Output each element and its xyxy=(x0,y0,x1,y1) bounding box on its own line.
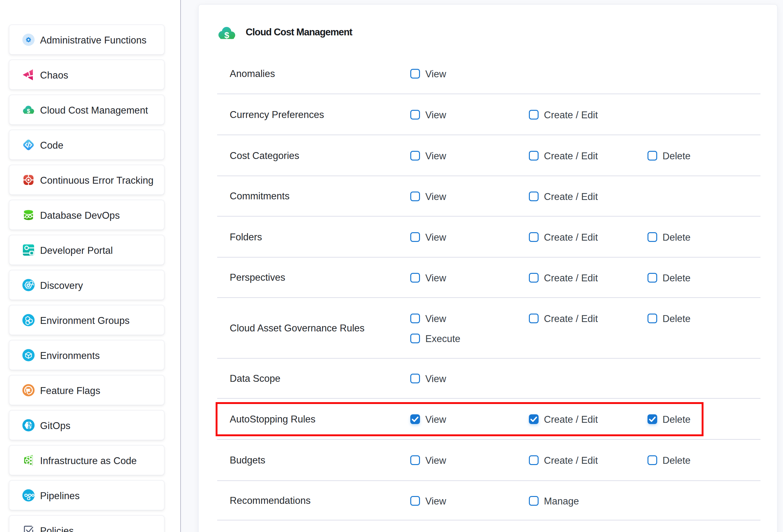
svg-text:$: $ xyxy=(27,108,30,114)
svg-text:$: $ xyxy=(224,30,229,40)
